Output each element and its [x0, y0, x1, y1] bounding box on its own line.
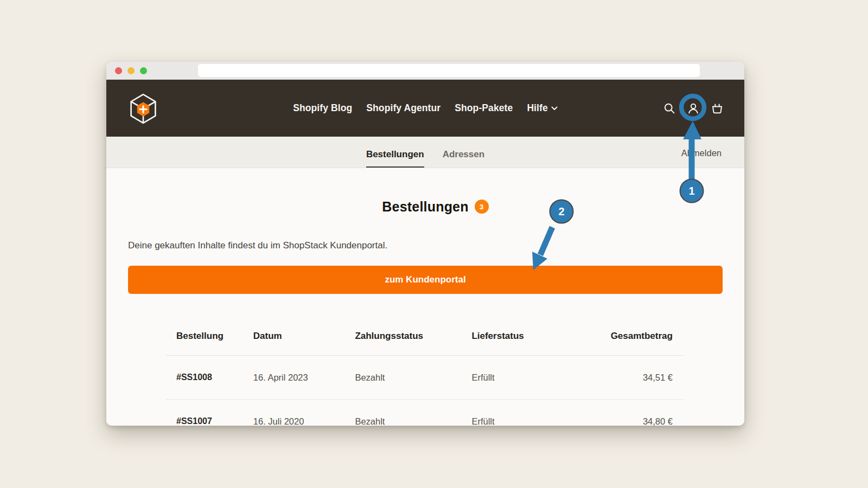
close-window-button[interactable]	[115, 67, 122, 74]
order-total: 34,51 €	[591, 373, 673, 383]
account-icon[interactable]	[687, 102, 700, 115]
kundenportal-button[interactable]: zum Kundenportal	[128, 266, 723, 294]
col-zahlungsstatus: Zahlungsstatus	[355, 331, 471, 342]
order-payment-status: Bezahlt	[355, 373, 471, 383]
order-date: 16. Juli 2020	[253, 416, 355, 426]
main-content: Bestellungen 3 Deine gekauften Inhalte f…	[106, 168, 744, 426]
col-bestellung: Bestellung	[176, 331, 253, 342]
order-number[interactable]: #SS1008	[176, 373, 253, 382]
order-number[interactable]: #SS1007	[176, 416, 253, 426]
table-row[interactable]: #SS1007 16. Juli 2020 Bezahlt Erfüllt 34…	[165, 400, 684, 426]
minimize-window-button[interactable]	[127, 67, 135, 74]
nav-item-hilfe-label: Hilfe	[527, 102, 547, 114]
address-bar[interactable]	[198, 64, 700, 77]
col-datum: Datum	[253, 331, 355, 342]
nav-item-shopify-agentur[interactable]: Shopify Agentur	[366, 102, 441, 114]
search-icon[interactable]	[663, 102, 676, 115]
order-total: 34,80 €	[591, 416, 673, 426]
order-fulfillment-status: Erfüllt	[471, 416, 591, 426]
browser-chrome	[106, 62, 744, 80]
zoom-window-button[interactable]	[140, 67, 147, 74]
account-subnav: Bestellungen Adressen Abmelden	[106, 137, 744, 168]
cart-icon[interactable]	[711, 102, 724, 115]
nav-item-shop-pakete[interactable]: Shop-Pakete	[455, 102, 513, 114]
orders-table-header: Bestellung Datum Zahlungsstatus Lieferst…	[165, 326, 684, 356]
header-icons	[663, 80, 724, 137]
order-fulfillment-status: Erfüllt	[471, 373, 591, 383]
main-navigation: Shopify Blog Shopify Agentur Shop-Pakete…	[293, 102, 558, 114]
orders-table: Bestellung Datum Zahlungsstatus Lieferst…	[165, 326, 684, 426]
tab-bestellungen[interactable]: Bestellungen	[366, 149, 424, 168]
order-date: 16. April 2023	[253, 373, 355, 383]
logout-link[interactable]: Abmelden	[681, 148, 722, 158]
browser-window: Shopify Blog Shopify Agentur Shop-Pakete…	[106, 62, 744, 426]
col-lieferstatus: Lieferstatus	[471, 331, 591, 342]
page-title-text: Bestellungen	[382, 199, 468, 214]
page-title: Bestellungen 3	[382, 199, 468, 215]
chevron-down-icon	[551, 106, 558, 111]
tab-adressen[interactable]: Adressen	[443, 149, 484, 168]
table-row[interactable]: #SS1008 16. April 2023 Bezahlt Erfüllt 3…	[165, 356, 684, 400]
shopstack-logo[interactable]	[129, 93, 158, 124]
order-payment-status: Bezahlt	[355, 416, 471, 426]
nav-item-shopify-blog[interactable]: Shopify Blog	[293, 102, 352, 114]
col-gesamtbetrag: Gesamtbetrag	[591, 331, 673, 342]
order-count-badge: 3	[475, 200, 489, 214]
intro-text: Deine gekauften Inhalte findest du im Sh…	[128, 240, 723, 251]
site-header: Shopify Blog Shopify Agentur Shop-Pakete…	[106, 80, 744, 137]
nav-item-hilfe[interactable]: Hilfe	[527, 102, 557, 114]
title-wrap: Bestellungen 3	[106, 168, 744, 215]
traffic-lights	[115, 67, 147, 74]
